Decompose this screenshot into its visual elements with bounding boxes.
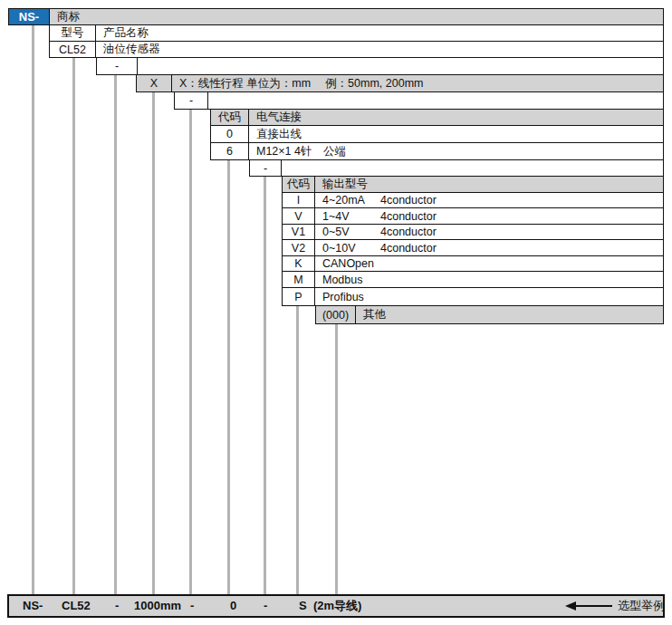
output-row-V: V 1~4V4conductor [282,208,664,225]
example-sep3: - [264,596,267,616]
electrical-label-cell: 直接出线 [249,126,663,142]
output-other-label-cell: 其他 [356,306,663,323]
model-column-header: 型号 [50,25,96,41]
output-code-cell: K [283,256,315,271]
model-header-row: 型号 产品名称 [49,25,664,42]
output-range: Profibus [322,291,380,303]
dash-row-3: - [249,160,664,177]
output-row-K: K CANOpen [282,256,664,272]
example-stroke: 1000mm [134,596,181,616]
brand-row: NS- 商标 [8,8,664,25]
output-other-code-cell: (000) [316,306,356,323]
electrical-code-cell: 0 [211,126,249,142]
output-range: Modbus [322,274,380,286]
left-arrow-shaft [574,605,612,607]
output-row-V1: V1 0~5V4conductor [282,225,664,240]
electrical-code-cell: 6 [211,143,249,159]
product-column-header: 产品名称 [96,25,663,41]
output-range: 0~5V [322,226,380,238]
output-range: 4~20mA [322,194,380,207]
output-label-cell: 1~4V4conductor [315,208,663,224]
brand-label-cell: 商标 [50,9,663,24]
brand-code-cell: NS- [9,9,50,24]
dash-row-2: - [174,92,664,110]
output-code-cell: V [283,208,315,224]
output-wiring: 4conductor [380,194,437,207]
output-label-cell: CANOpen [315,256,663,271]
example-sep1: - [115,596,119,616]
connector-line-model [72,58,75,594]
model-code-cell: CL52 [50,42,96,57]
electrical-header-row: 代码 电气连接 [210,110,664,126]
output-wiring: 4conductor [380,210,437,223]
output-range: 1~4V [322,210,380,223]
example-arrow-label: 选型举例 [618,596,665,616]
output-header-row: 代码 输出型号 [282,177,664,193]
connector-line-other [335,324,338,594]
example-box: NS- CL52 - 1000mm - 0 - S (2m导线) 选型举例 [7,594,665,618]
output-wiring: 4conductor [380,226,437,238]
output-row-M: M Modbus [282,272,664,288]
example-output: S [299,596,307,616]
connector-line-dash1 [114,75,117,594]
output-label-cell: Profibus [315,288,663,305]
output-range: CANOpen [322,257,380,270]
output-code-cell: P [283,288,315,305]
connector-line-dash3 [264,177,266,594]
electrical-label-header: 电气连接 [249,110,663,125]
stroke-row: X X：线性行程 单位为：mm 例：50mm, 200mm [136,75,664,92]
output-code-cell: I [283,193,315,207]
dash-row-1: - [96,58,664,75]
output-range: 0~10V [322,242,380,255]
output-label-cell: 4~20mA4conductor [315,193,663,207]
ordering-code-diagram: NS- 商标 型号 产品名称 CL52 油位传感器 - X X：线性行程 单位为… [0,0,672,625]
connector-line-dash2 [189,110,192,594]
output-code-header: 代码 [283,177,315,192]
dash-cell-2: - [175,92,208,109]
example-brand: NS- [23,596,43,616]
output-code-cell: V1 [283,225,315,239]
output-label-cell: Modbus [315,272,663,287]
connector-line-output [296,306,299,594]
electrical-row-6: 6 M12×1 4针 公端 [210,143,664,160]
example-electrical: 0 [230,596,236,616]
connector-line-electrical [227,160,230,594]
connector-line-stroke [152,92,155,594]
output-label-header: 输出型号 [315,177,663,192]
output-label-cell: 0~5V4conductor [315,225,663,239]
output-other-row: (000) 其他 [315,306,664,324]
dash-row-1-empty [138,58,663,74]
stroke-description-cell: X：线性行程 单位为：mm 例：50mm, 200mm [172,75,663,91]
electrical-code-header: 代码 [211,110,249,125]
output-row-V2: V2 0~10V4conductor [282,240,664,256]
dash-cell-1: - [97,58,138,74]
dash-cell-3: - [250,160,282,176]
dash-row-2-empty [208,92,663,109]
output-code-cell: V2 [283,240,315,255]
example-model: CL52 [62,596,91,616]
output-label-cell: 0~10V4conductor [315,240,663,255]
model-value-row: CL52 油位传感器 [49,42,664,58]
electrical-label-cell: M12×1 4针 公端 [249,143,663,159]
product-name-cell: 油位传感器 [96,42,663,57]
output-wiring: 4conductor [380,242,437,255]
example-note: (2m导线) [313,596,361,616]
connector-line-brand [32,25,34,594]
output-row-I: I 4~20mA4conductor [282,193,664,208]
stroke-code-cell: X [137,75,172,91]
output-code-cell: M [283,272,315,287]
electrical-row-0: 0 直接出线 [210,126,664,143]
example-sep2: - [190,596,194,616]
dash-row-3-empty [282,160,663,176]
output-row-P: P Profibus [282,288,664,306]
